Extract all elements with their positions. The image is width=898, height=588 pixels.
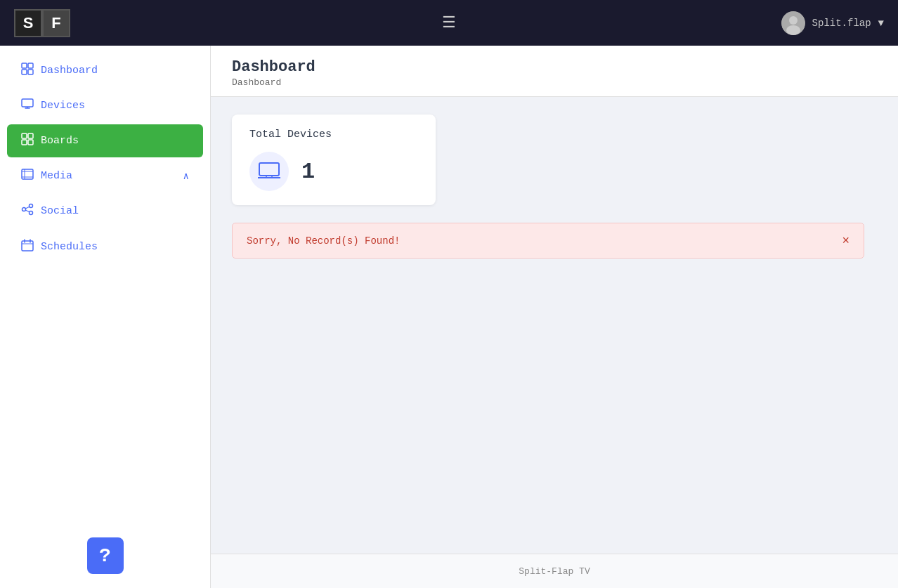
svg-rect-7 bbox=[22, 99, 33, 107]
sidebar-item-media[interactable]: Media ∧ bbox=[7, 160, 203, 192]
svg-point-2 bbox=[786, 25, 800, 35]
svg-rect-3 bbox=[22, 63, 27, 68]
sidebar-item-boards[interactable]: Boards bbox=[7, 124, 203, 157]
sidebar-social-label: Social bbox=[41, 205, 79, 217]
sidebar-media-label: Media bbox=[41, 170, 72, 182]
content-area: Total Devices 1 Sorry, No Record(s bbox=[211, 97, 898, 554]
sidebar-item-schedules[interactable]: Schedules bbox=[7, 230, 203, 263]
svg-point-1 bbox=[789, 16, 798, 25]
sidebar-devices-label: Devices bbox=[41, 100, 85, 112]
help-label: ? bbox=[99, 545, 111, 567]
media-icon bbox=[21, 169, 34, 183]
chevron-up-icon: ∧ bbox=[183, 170, 189, 182]
svg-rect-4 bbox=[28, 63, 33, 68]
svg-rect-19 bbox=[22, 241, 33, 251]
logo-s: S bbox=[14, 9, 42, 37]
svg-rect-8 bbox=[22, 133, 27, 138]
laptop-icon bbox=[258, 162, 280, 181]
avatar bbox=[781, 11, 805, 35]
svg-point-14 bbox=[30, 204, 33, 208]
svg-rect-11 bbox=[28, 140, 33, 145]
user-menu[interactable]: Split.flap ▼ bbox=[781, 11, 884, 35]
body-wrap: Dashboard Devices Boards bbox=[0, 46, 898, 588]
devices-icon bbox=[21, 98, 34, 113]
svg-rect-20 bbox=[259, 163, 279, 176]
alert-message: Sorry, No Record(s) Found! bbox=[247, 235, 400, 247]
username-label: Split.flap bbox=[812, 18, 871, 29]
boards-icon bbox=[21, 133, 34, 149]
sidebar-item-dashboard[interactable]: Dashboard bbox=[7, 54, 203, 87]
svg-rect-10 bbox=[22, 140, 27, 145]
svg-rect-12 bbox=[22, 169, 33, 179]
svg-rect-5 bbox=[22, 70, 27, 74]
svg-line-18 bbox=[25, 210, 30, 212]
svg-point-15 bbox=[22, 208, 26, 211]
page-header: Dashboard Dashboard bbox=[211, 46, 898, 97]
logo: S F bbox=[14, 9, 70, 37]
svg-line-17 bbox=[25, 207, 30, 209]
page-title: Dashboard bbox=[232, 58, 877, 76]
total-devices-card: Total Devices 1 bbox=[232, 115, 436, 205]
sidebar-item-devices[interactable]: Devices bbox=[7, 90, 203, 122]
dashboard-icon bbox=[21, 63, 34, 79]
sidebar-schedules-label: Schedules bbox=[41, 241, 98, 253]
main-content: Dashboard Dashboard Total Devices bbox=[211, 46, 898, 588]
device-count: 1 bbox=[301, 159, 315, 185]
dropdown-arrow-icon: ▼ bbox=[878, 18, 884, 29]
alert-close-button[interactable]: × bbox=[842, 233, 850, 248]
svg-rect-6 bbox=[28, 70, 33, 74]
sidebar: Dashboard Devices Boards bbox=[0, 46, 211, 588]
footer: Split-Flap TV bbox=[211, 554, 898, 588]
total-devices-label: Total Devices bbox=[249, 129, 418, 141]
top-header: S F ☰ Split.flap ▼ bbox=[0, 0, 898, 46]
svg-rect-9 bbox=[28, 133, 33, 138]
social-icon bbox=[21, 203, 34, 219]
footer-text: Split-Flap TV bbox=[519, 566, 590, 577]
sidebar-dashboard-label: Dashboard bbox=[41, 65, 98, 77]
sidebar-boards-label: Boards bbox=[41, 135, 79, 147]
alert-banner: Sorry, No Record(s) Found! × bbox=[232, 223, 864, 259]
device-icon-wrap bbox=[249, 152, 289, 191]
svg-point-16 bbox=[30, 211, 33, 215]
card-body: 1 bbox=[249, 152, 418, 191]
breadcrumb: Dashboard bbox=[232, 77, 877, 88]
help-button[interactable]: ? bbox=[87, 537, 124, 574]
logo-f: F bbox=[42, 9, 70, 37]
schedules-icon bbox=[21, 239, 34, 255]
sidebar-item-social[interactable]: Social bbox=[7, 195, 203, 228]
hamburger-menu[interactable]: ☰ bbox=[442, 13, 456, 32]
